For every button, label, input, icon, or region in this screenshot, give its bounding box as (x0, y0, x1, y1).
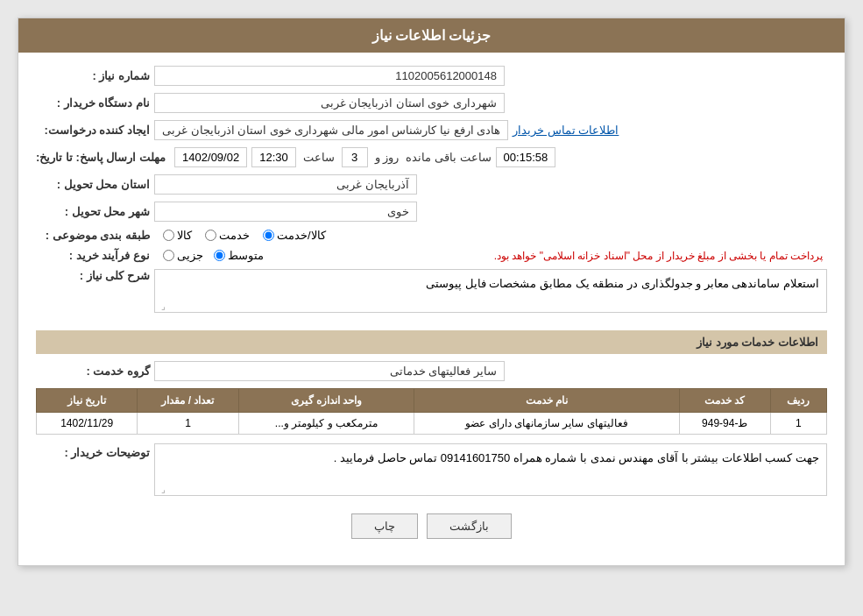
category-kala-khadamat-radio[interactable] (263, 230, 274, 241)
category-kala-khadamat-label: کالا/خدمت (277, 229, 326, 242)
purchase-type-row: پرداخت تمام یا بخشی از مبلغ خریدار از مح… (36, 249, 827, 262)
province-value: آذربایجان غربی (154, 174, 417, 195)
category-kala: کالا (163, 229, 192, 242)
cell-service-name: فعالیتهای سایر سازمانهای دارای عضو (414, 413, 680, 435)
bottom-buttons: بازگشت چاپ (36, 505, 827, 552)
remaining-label: ساعت باقی مانده (406, 151, 491, 164)
description-value: استعلام ساماندهی معابر و جدولگذاری در من… (426, 277, 819, 290)
category-label: طبقه بندی موضوعی : (36, 229, 150, 242)
purchase-motavasset-label: متوسط (228, 249, 264, 262)
city-row: خوی شهر محل تحویل : (36, 202, 827, 222)
category-kala-radio[interactable] (163, 230, 174, 241)
city-value: خوی (154, 202, 417, 222)
creator-row: اطلاعات تماس خریدار هادی ارفع نیا کارشنا… (36, 120, 827, 140)
col-unit: واحد اندازه گیری (238, 389, 414, 413)
purchase-jozi-radio[interactable] (163, 250, 174, 261)
category-kala-label: کالا (177, 229, 192, 242)
purchase-jozi: جزیی (163, 249, 203, 262)
request-number-row: 1102005612000148 شماره نیاز : (36, 66, 827, 86)
category-khadamat-label: خدمت (219, 229, 250, 242)
cell-quantity: 1 (138, 413, 238, 435)
deadline-label: مهلت ارسال پاسخ: تا تاریخ: (36, 151, 166, 164)
services-section-header: اطلاعات خدمات مورد نیاز (36, 330, 827, 354)
notes-resize-handle[interactable]: ⌟ (157, 485, 166, 493)
deadline-time-value: 12:30 (251, 147, 296, 167)
col-service-code: کد خدمت (679, 389, 770, 413)
buyer-org-row: شهرداری خوی استان اذربایجان غربی نام دست… (36, 93, 827, 113)
content-area: 1102005612000148 شماره نیاز : شهرداری خو… (18, 53, 845, 565)
description-box: استعلام ساماندهی معابر و جدولگذاری در من… (154, 269, 827, 313)
purchase-jozi-label: جزیی (177, 249, 203, 262)
back-button[interactable]: بازگشت (427, 513, 512, 539)
col-service-name: نام خدمت (414, 389, 680, 413)
buyer-notes-section: جهت کسب اطلاعات بیشتر با آقای مهندس نمدی… (36, 443, 827, 496)
col-date: تاریخ نیاز (37, 389, 138, 413)
deadline-date-value: 1402/09/02 (174, 147, 247, 167)
category-row: کالا/خدمت خدمت کالا طبقه بندی موضوعی : (36, 229, 827, 242)
buyer-notes-label: توضیحات خریدار : (36, 443, 150, 459)
table-row: 1 ط-94-949 فعالیتهای سایر سازمانهای دارا… (37, 413, 827, 435)
service-group-label: گروه خدمت : (36, 365, 150, 378)
description-label: شرح کلی نیاز : (36, 269, 150, 282)
cell-unit: مترمکعب و کیلومتر و... (238, 413, 414, 435)
category-kala-khadamat: کالا/خدمت (263, 229, 326, 242)
service-group-value: سایر فعالیتهای خدماتی (154, 361, 505, 381)
resize-handle[interactable]: ⌟ (157, 301, 166, 310)
cell-service-code: ط-94-949 (679, 413, 770, 435)
province-row: آذربایجان غربی استان محل تحویل : (36, 174, 827, 195)
services-table: ردیف کد خدمت نام خدمت واحد اندازه گیری ت… (36, 388, 827, 435)
purchase-options: متوسط جزیی (163, 249, 264, 262)
col-quantity: تعداد / مقدار (138, 389, 238, 413)
description-row: استعلام ساماندهی معابر و جدولگذاری در من… (36, 269, 827, 322)
buyer-notes-value: جهت کسب اطلاعات بیشتر با آقای مهندس نمدی… (334, 451, 819, 464)
province-label: استان محل تحویل : (36, 178, 150, 191)
city-label: شهر محل تحویل : (36, 205, 150, 218)
main-container: جزئیات اطلاعات نیاز 1102005612000148 شما… (18, 18, 845, 566)
category-khadamat: خدمت (205, 229, 250, 242)
time-label: ساعت (303, 151, 335, 164)
cell-row-num: 1 (770, 413, 826, 435)
purchase-type-label: نوع فرآیند خرید : (36, 249, 150, 262)
creator-value: هادی ارفع نیا کارشناس امور مالی شهرداری … (154, 120, 508, 140)
buyer-notes-box: جهت کسب اطلاعات بیشتر با آقای مهندس نمدی… (154, 443, 827, 496)
page-title: جزئیات اطلاعات نیاز (18, 18, 845, 53)
days-and-label: روز و (375, 151, 400, 164)
cell-date: 1402/11/29 (37, 413, 138, 435)
category-options: کالا/خدمت خدمت کالا (163, 229, 326, 242)
creator-label: ایجاد کننده درخواست: (36, 124, 150, 137)
contact-link[interactable]: اطلاعات تماس خریدار (513, 124, 619, 137)
purchase-motavasset: متوسط (214, 249, 264, 262)
service-group-row: سایر فعالیتهای خدماتی گروه خدمت : (36, 361, 827, 381)
buyer-org-label: نام دستگاه خریدار : (36, 96, 150, 110)
deadline-row: 00:15:58 ساعت باقی مانده روز و 3 ساعت 12… (36, 147, 827, 167)
deadline-remaining-value: 00:15:58 (496, 147, 556, 167)
buyer-org-value: شهرداری خوی استان اذربایجان غربی (154, 93, 505, 113)
request-number-value: 1102005612000148 (154, 66, 505, 86)
deadline-days-value: 3 (342, 147, 368, 167)
request-number-label: شماره نیاز : (36, 69, 150, 82)
purchase-note: پرداخت تمام یا بخشی از مبلغ خریدار از مح… (264, 250, 823, 262)
col-row-num: ردیف (770, 389, 826, 413)
category-khadamat-radio[interactable] (205, 230, 216, 241)
print-button[interactable]: چاپ (351, 513, 418, 539)
purchase-motavasset-radio[interactable] (214, 250, 225, 261)
